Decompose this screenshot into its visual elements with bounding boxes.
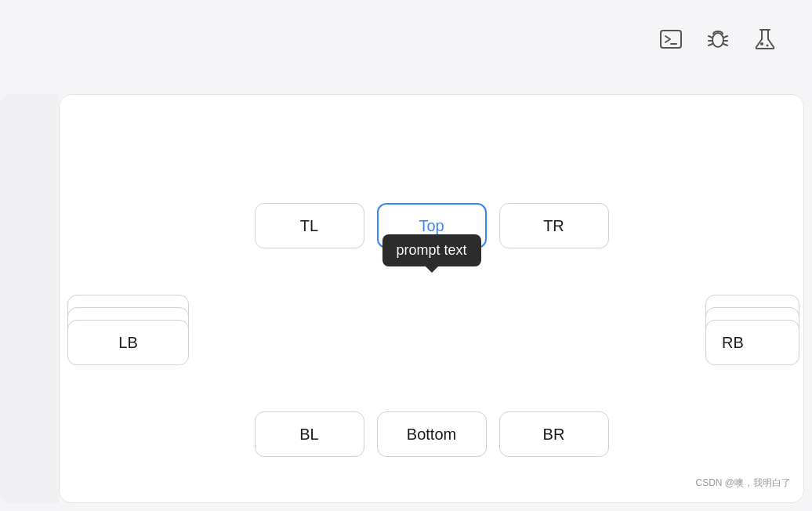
watermark: CSDN @噢，我明白了 xyxy=(695,477,791,490)
button-Bottom[interactable]: Bottom xyxy=(377,411,487,457)
main-card: prompt text TL Top TR LT RT Left xyxy=(59,94,804,503)
svg-point-11 xyxy=(767,45,769,47)
watermark-text: CSDN @噢，我明白了 xyxy=(695,477,791,488)
terminal-icon[interactable] xyxy=(655,24,687,55)
button-BL[interactable]: BL xyxy=(255,411,364,457)
svg-line-6 xyxy=(723,36,727,38)
button-BR[interactable]: BR xyxy=(499,411,609,457)
svg-line-8 xyxy=(723,44,727,45)
svg-point-2 xyxy=(712,33,723,47)
flask-icon[interactable] xyxy=(749,24,781,55)
svg-line-5 xyxy=(709,44,712,45)
button-TR[interactable]: TR xyxy=(499,203,609,248)
button-RB[interactable]: RB xyxy=(705,320,799,365)
bug-icon[interactable] xyxy=(702,24,734,55)
left-sidebar xyxy=(0,94,59,503)
top-row: TL Top TR xyxy=(67,203,796,248)
button-TL[interactable]: TL xyxy=(255,203,364,248)
middle-section: LT RT Left Right LB RB xyxy=(67,317,796,342)
svg-point-10 xyxy=(760,42,763,45)
bottom-row: BL Bottom BR xyxy=(67,411,796,457)
button-LB[interactable]: LB xyxy=(67,320,189,365)
button-Top[interactable]: Top xyxy=(377,203,487,248)
svg-line-3 xyxy=(709,36,712,38)
toolbar xyxy=(0,0,812,78)
